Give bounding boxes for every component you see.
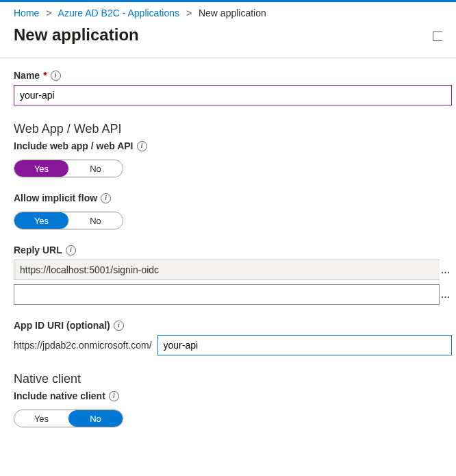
chevron-right-icon: > — [46, 8, 51, 18]
breadcrumb-current: New application — [199, 8, 266, 18]
reply-url-label-text: Reply URL — [14, 245, 62, 255]
breadcrumb-home[interactable]: Home — [14, 8, 39, 18]
reply-url-input-2[interactable] — [14, 284, 440, 305]
web-section-heading: Web App / Web API — [14, 122, 456, 136]
include-native-label-text: Include native client — [14, 390, 105, 401]
info-icon[interactable]: i — [109, 391, 119, 401]
breadcrumb-applications[interactable]: Azure AD B2C - Applications — [58, 8, 179, 18]
more-icon[interactable]: … — [440, 289, 452, 300]
info-icon[interactable]: i — [137, 141, 147, 151]
include-native-yes[interactable]: Yes — [14, 410, 68, 427]
name-label: Name * i — [14, 70, 456, 81]
reply-url-input-1[interactable] — [14, 260, 440, 280]
include-web-yes[interactable]: Yes — [14, 160, 68, 177]
info-icon[interactable]: i — [101, 193, 111, 203]
include-native-no[interactable]: No — [68, 410, 123, 427]
app-id-uri-prefix: https://jpdab2c.onmicrosoft.com/ — [14, 340, 152, 351]
include-native-toggle[interactable]: Yes No — [14, 410, 123, 427]
page-title: New application — [14, 25, 139, 45]
required-star: * — [43, 70, 47, 81]
breadcrumb: Home > Azure AD B2C - Applications > New… — [0, 2, 456, 23]
app-id-uri-label-text: App ID URI (optional) — [14, 320, 110, 331]
app-id-uri-input[interactable] — [157, 335, 452, 355]
info-icon[interactable]: i — [66, 245, 76, 255]
more-icon[interactable]: … — [440, 264, 452, 275]
implicit-flow-label: Allow implicit flow i — [14, 192, 456, 203]
include-web-label: Include web app / web API i — [14, 140, 456, 151]
app-id-uri-label: App ID URI (optional) i — [14, 320, 456, 331]
implicit-flow-yes[interactable]: Yes — [14, 212, 68, 229]
form-area: Name * i Web App / Web API Include web a… — [0, 58, 456, 456]
include-web-no[interactable]: No — [68, 160, 123, 177]
chevron-right-icon: > — [186, 8, 192, 18]
pin-icon[interactable] — [433, 32, 442, 41]
implicit-flow-no[interactable]: No — [68, 212, 123, 229]
implicit-flow-toggle[interactable]: Yes No — [14, 212, 123, 229]
reply-url-label: Reply URL i — [14, 245, 456, 255]
include-web-label-text: Include web app / web API — [14, 140, 134, 151]
name-label-text: Name — [14, 70, 40, 81]
include-web-toggle[interactable]: Yes No — [14, 160, 123, 177]
info-icon[interactable]: i — [51, 71, 61, 81]
info-icon[interactable]: i — [114, 321, 124, 331]
name-input[interactable] — [14, 85, 452, 105]
implicit-flow-label-text: Allow implicit flow — [14, 192, 97, 203]
native-section-heading: Native client — [14, 372, 456, 386]
include-native-label: Include native client i — [14, 390, 456, 401]
